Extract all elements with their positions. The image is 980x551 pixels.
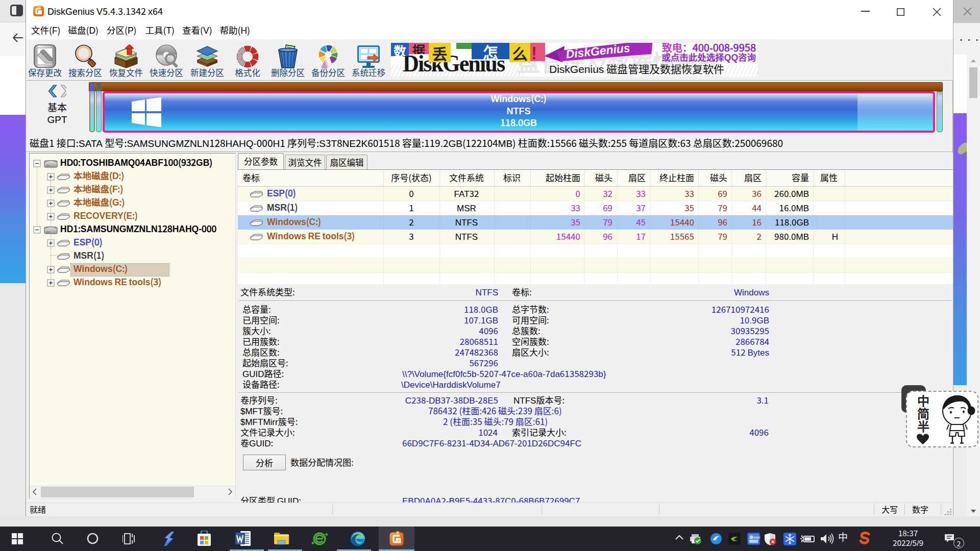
svg-text:intel: intel <box>753 535 760 540</box>
